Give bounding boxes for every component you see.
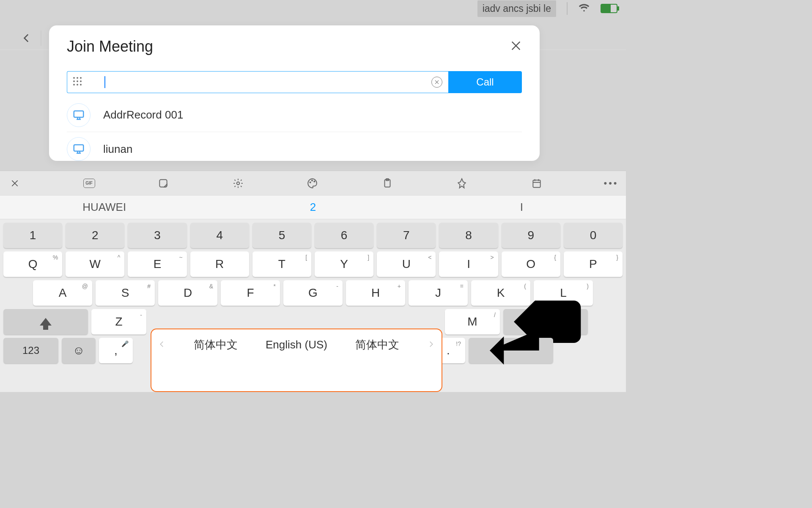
key-w[interactable]: W^ — [66, 251, 124, 277]
key-z[interactable]: Z- — [91, 309, 146, 334]
divider — [41, 30, 41, 46]
svg-point-17 — [312, 180, 313, 181]
keyboard-toolbar: GIF ••• — [0, 171, 626, 196]
key-f[interactable]: F* — [221, 280, 280, 306]
key-2[interactable]: 2 — [66, 223, 124, 248]
virtual-keyboard: GIF ••• HUAWEI 2 I 1234567890 Q%W^E~RT[Y… — [0, 171, 626, 392]
suggestion[interactable]: 2 — [208, 201, 417, 214]
key-u[interactable]: U< — [377, 251, 436, 277]
key-6[interactable]: 6 — [315, 223, 373, 248]
lang-option[interactable]: 简体中文 — [355, 337, 399, 352]
text-cursor — [104, 76, 105, 88]
wifi-icon — [578, 2, 590, 15]
key-j[interactable]: J= — [409, 280, 468, 306]
call-button[interactable]: Call — [448, 71, 522, 93]
key-0[interactable]: 0 — [564, 223, 623, 248]
device-icon — [67, 137, 91, 161]
svg-point-18 — [314, 181, 315, 182]
key-g[interactable]: G- — [283, 280, 343, 306]
settings-button[interactable] — [232, 177, 244, 190]
gif-button[interactable]: GIF — [83, 179, 95, 188]
language-selector-popup: 简体中文 English (US) 简体中文 — [151, 329, 442, 392]
key-i[interactable]: I> — [439, 251, 498, 277]
lang-prev-button[interactable] — [158, 340, 166, 350]
comma-key[interactable]: ,🎤 — [99, 338, 133, 363]
key-1[interactable]: 1 — [3, 223, 62, 248]
suggestion-bar: HUAWEI 2 I — [0, 196, 626, 219]
status-label: iadv ancs jsbi le — [477, 0, 556, 17]
symbols-key[interactable]: 123 — [3, 338, 58, 363]
pin-button[interactable] — [455, 177, 468, 190]
back-icon — [21, 33, 32, 44]
clipboard-button[interactable] — [381, 177, 394, 190]
key-r[interactable]: R — [190, 251, 249, 277]
more-button[interactable]: ••• — [605, 177, 617, 190]
meeting-id-input[interactable] — [67, 71, 448, 93]
suggestion[interactable]: HUAWEI — [0, 201, 208, 214]
shift-icon — [40, 318, 52, 326]
theme-button[interactable] — [306, 177, 319, 190]
back-button-row[interactable] — [0, 25, 51, 51]
key-t[interactable]: T[ — [252, 251, 311, 277]
emoji-key[interactable]: ☺ — [62, 338, 96, 363]
shift-key[interactable] — [3, 309, 88, 334]
svg-rect-21 — [533, 180, 540, 187]
key-5[interactable]: 5 — [252, 223, 311, 248]
enter-key[interactable] — [469, 338, 553, 363]
result-label: liunan — [103, 143, 132, 156]
key-8[interactable]: 8 — [439, 223, 498, 248]
status-divider — [567, 2, 568, 15]
result-item[interactable]: AddrRecord 001 — [67, 98, 522, 132]
key-q[interactable]: Q% — [3, 251, 62, 277]
key-y[interactable]: Y] — [315, 251, 373, 277]
key-9[interactable]: 9 — [502, 223, 560, 248]
key-a[interactable]: A@ — [33, 280, 92, 306]
calendar-button[interactable] — [530, 177, 543, 190]
svg-point-15 — [236, 182, 239, 185]
key-3[interactable]: 3 — [128, 223, 187, 248]
battery-icon — [601, 4, 617, 13]
enter-icon — [469, 308, 553, 392]
device-icon — [67, 103, 91, 127]
clear-input-button[interactable] — [431, 77, 442, 88]
mic-icon: 🎤 — [121, 340, 129, 347]
status-bar: iadv ancs jsbi le — [0, 0, 626, 17]
key-7[interactable]: 7 — [377, 223, 436, 248]
svg-rect-4 — [74, 111, 84, 117]
close-button[interactable] — [510, 40, 522, 53]
dialpad-icon[interactable] — [73, 77, 83, 87]
key-h[interactable]: H+ — [346, 280, 405, 306]
key-e[interactable]: E~ — [128, 251, 187, 277]
lang-option[interactable]: 简体中文 — [194, 337, 238, 352]
svg-point-16 — [310, 182, 311, 182]
key-p[interactable]: P} — [564, 251, 623, 277]
key-o[interactable]: O{ — [502, 251, 560, 277]
sticker-button[interactable] — [157, 177, 170, 190]
result-label: AddrRecord 001 — [103, 108, 183, 121]
lang-option-current[interactable]: English (US) — [266, 338, 327, 351]
key-4[interactable]: 4 — [190, 223, 249, 248]
keyboard-close-button[interactable] — [8, 177, 21, 190]
key-s[interactable]: S# — [96, 280, 155, 306]
modal-title: Join Meeting — [67, 38, 153, 55]
svg-rect-8 — [74, 145, 84, 151]
suggestion[interactable]: I — [417, 201, 626, 214]
lang-next-button[interactable] — [427, 340, 435, 350]
results-list: AddrRecord 001 liunan — [67, 98, 522, 161]
join-meeting-modal: Join Meeting Call AddrRecord 001 — [49, 25, 540, 161]
key-d[interactable]: D& — [158, 280, 217, 306]
result-item[interactable]: liunan — [67, 132, 522, 161]
